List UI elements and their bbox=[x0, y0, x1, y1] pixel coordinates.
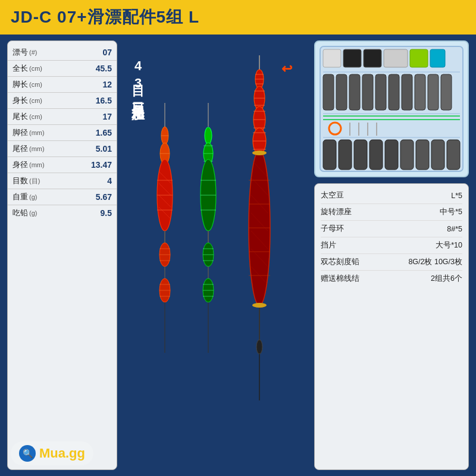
svg-rect-109 bbox=[354, 140, 367, 170]
floats-container: ↩ bbox=[149, 55, 283, 400]
page-wrapper: JD-C 07+滑漂配件5组 L 漂号(#) 07 全长(cm) 45.5 脚长… bbox=[0, 0, 476, 476]
svg-rect-92 bbox=[375, 74, 386, 110]
page-title: JD-C 07+滑漂配件5组 L bbox=[11, 6, 199, 29]
svg-point-78 bbox=[256, 340, 262, 354]
float-label: 4目3目三角尾加粗 bbox=[129, 58, 146, 99]
spec-row: 身长(cm) 16.5 bbox=[8, 93, 117, 109]
acc-spec-value: 8G/2枚 10G/3枚 bbox=[408, 257, 462, 267]
svg-rect-113 bbox=[416, 140, 429, 170]
spec-row: 目数(目) 4 bbox=[8, 173, 117, 189]
spec-row: 尾长(cm) 17 bbox=[8, 109, 117, 125]
spec-value: 5.67 bbox=[83, 192, 112, 202]
spec-row: 全长(cm) 45.5 bbox=[8, 61, 117, 77]
spec-value: 12 bbox=[83, 80, 112, 89]
svg-rect-91 bbox=[362, 74, 373, 110]
spec-label: 脚长(cm) bbox=[12, 79, 81, 90]
float-svg-1 bbox=[149, 103, 181, 353]
acc-spec-value: 8#*5 bbox=[447, 225, 462, 233]
acc-spec-row: 赠送棉线结 2组共6个 bbox=[321, 271, 462, 287]
svg-rect-96 bbox=[428, 74, 439, 110]
spec-label: 脚径(mm) bbox=[12, 127, 81, 138]
spec-value: 5.01 bbox=[83, 144, 112, 154]
svg-rect-108 bbox=[339, 140, 352, 170]
acc-spec-row: 双芯刻度铅 8G/2枚 10G/3枚 bbox=[321, 254, 462, 271]
float-item-main: ↩ bbox=[236, 55, 283, 400]
svg-rect-112 bbox=[400, 140, 414, 170]
spec-value: 9.5 bbox=[83, 208, 112, 218]
spec-label: 漂号(#) bbox=[12, 47, 81, 58]
float-center: 4目3目三角尾加粗 bbox=[123, 40, 308, 470]
acc-spec-label: 挡片 bbox=[321, 240, 431, 250]
spec-value: 13.47 bbox=[83, 160, 112, 170]
spec-label: 全长(cm) bbox=[12, 63, 81, 74]
svg-rect-114 bbox=[431, 140, 444, 170]
spec-value: 17 bbox=[83, 112, 112, 121]
spec-value: 45.5 bbox=[83, 64, 112, 73]
spec-row: 身径(mm) 13.47 bbox=[8, 157, 117, 173]
svg-point-25 bbox=[205, 127, 212, 144]
spec-row: 漂号(#) 07 bbox=[8, 45, 117, 61]
svg-rect-97 bbox=[441, 74, 452, 110]
spec-value: 1.65 bbox=[83, 128, 112, 137]
svg-rect-94 bbox=[402, 74, 412, 110]
spec-row: 自重(g) 5.67 bbox=[8, 189, 117, 205]
svg-rect-93 bbox=[389, 74, 399, 110]
svg-rect-88 bbox=[323, 74, 334, 110]
svg-rect-110 bbox=[369, 140, 383, 170]
svg-rect-83 bbox=[364, 49, 381, 67]
spec-label: 身长(cm) bbox=[12, 95, 81, 106]
arrow-icon: ↩ bbox=[281, 61, 292, 77]
svg-rect-89 bbox=[336, 74, 347, 110]
svg-rect-107 bbox=[323, 140, 336, 170]
watermark: 🔍 Mua.gg bbox=[11, 441, 93, 465]
spec-value: 4 bbox=[83, 176, 112, 186]
float-label-text: 4目3目三角尾加粗 bbox=[131, 58, 146, 99]
specs-table: 漂号(#) 07 全长(cm) 45.5 脚长(cm) 12 身长(cm) 16… bbox=[7, 40, 117, 470]
acc-spec-row: 挡片 大号*10 bbox=[321, 237, 462, 254]
spec-label: 尾长(cm) bbox=[12, 111, 81, 122]
spec-label: 自重(g) bbox=[12, 192, 81, 202]
acc-spec-label: 旋转漂座 bbox=[321, 207, 435, 217]
acc-spec-label: 太空豆 bbox=[321, 190, 446, 201]
svg-rect-82 bbox=[343, 49, 361, 67]
accessories-box bbox=[314, 40, 469, 177]
spec-value: 16.5 bbox=[83, 96, 112, 105]
spec-label: 身径(mm) bbox=[12, 159, 81, 170]
svg-rect-115 bbox=[447, 140, 460, 170]
watermark-text: Mua.gg bbox=[39, 446, 85, 461]
svg-rect-95 bbox=[415, 74, 425, 110]
accessories-svg bbox=[317, 43, 466, 174]
header: JD-C 07+滑漂配件5组 L bbox=[0, 0, 476, 35]
float-item-2 bbox=[192, 103, 225, 353]
acc-spec-row: 子母环 8#*5 bbox=[321, 221, 462, 237]
float-item-1 bbox=[149, 103, 181, 353]
svg-point-76 bbox=[252, 303, 267, 308]
acc-spec-value: L*5 bbox=[451, 192, 462, 200]
svg-rect-90 bbox=[349, 74, 360, 110]
acc-spec-value: 中号*5 bbox=[440, 207, 462, 217]
acc-spec-label: 赠送棉线结 bbox=[321, 274, 426, 284]
spec-label: 吃铅(g) bbox=[12, 208, 81, 218]
acc-spec-label: 子母环 bbox=[321, 224, 442, 234]
spec-row: 尾径(mm) 5.01 bbox=[8, 141, 117, 157]
svg-rect-85 bbox=[410, 49, 428, 67]
right-panel: 太空豆 L*5 旋转漂座 中号*5 子母环 8#*5 挡片 大号*10 双芯刻度… bbox=[314, 40, 469, 470]
spec-row: 脚长(cm) 12 bbox=[8, 77, 117, 93]
acc-spec-value: 大号*10 bbox=[436, 240, 462, 250]
svg-rect-86 bbox=[430, 49, 445, 67]
spec-label: 尾径(mm) bbox=[12, 143, 81, 154]
acc-spec-row: 旋转漂座 中号*5 bbox=[321, 204, 462, 221]
acc-spec-value: 2组共6个 bbox=[431, 274, 462, 284]
spec-value: 07 bbox=[83, 48, 112, 57]
spec-row: 脚径(mm) 1.65 bbox=[8, 125, 117, 141]
watermark-icon: 🔍 bbox=[19, 445, 36, 462]
acc-spec-row: 太空豆 L*5 bbox=[321, 187, 462, 204]
svg-rect-84 bbox=[384, 49, 408, 67]
spec-label: 目数(目) bbox=[12, 176, 81, 186]
float-svg-main bbox=[236, 55, 283, 400]
svg-rect-81 bbox=[323, 49, 341, 67]
svg-point-63 bbox=[252, 151, 267, 155]
acc-spec-label: 双芯刻度铅 bbox=[321, 257, 403, 267]
main-content: 漂号(#) 07 全长(cm) 45.5 脚长(cm) 12 身长(cm) 16… bbox=[0, 35, 476, 476]
spec-row: 吃铅(g) 9.5 bbox=[8, 205, 117, 221]
